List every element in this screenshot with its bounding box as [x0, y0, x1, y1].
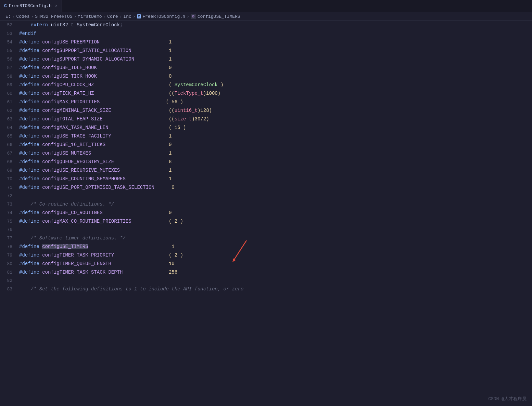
breadcrumb-codes: Codes [16, 14, 29, 19]
line-number: 69 [0, 167, 18, 175]
line-content: #define configUSE_IDLE_HOOK 0 [18, 64, 532, 72]
line-content: /* Software timer definitions. */ [18, 234, 532, 242]
code-line: 81#define configTIMER_TASK_STACK_DEPTH 2… [0, 268, 532, 277]
line-number: 61 [0, 98, 18, 106]
line-content: #define configUSE_16_BIT_TICKS 0 [18, 141, 532, 149]
code-line: 57#define configUSE_IDLE_HOOK 0 [0, 64, 532, 72]
code-area[interactable]: 52 extern uint32_t SystemCoreClock;53#en… [0, 21, 532, 293]
code-line: 56#define configSUPPORT_DYNAMIC_ALLOCATI… [0, 55, 532, 64]
line-content: #define configTICK_RATE_HZ ((TickType_t)… [18, 89, 532, 97]
line-content: #define configMINIMAL_STACK_SIZE ((uint1… [18, 106, 532, 115]
line-number: 77 [0, 234, 18, 243]
line-content: #define configUSE_CO_ROUTINES 0 [18, 209, 532, 217]
code-line: 59#define configCPU_CLOCK_HZ ( SystemCor… [0, 81, 532, 89]
line-number: 54 [0, 38, 18, 47]
line-content: #define configUSE_TRACE_FACILITY 1 [18, 132, 532, 140]
breadcrumb-sep-5: › [119, 14, 122, 19]
code-line: 78#define configUSE_TIMERS 1 [0, 243, 532, 251]
code-line: 73 /* Co-routine definitions. */ [0, 200, 532, 209]
line-content: #define configMAX_TASK_NAME_LEN ( 16 ) [18, 123, 532, 132]
line-number: 59 [0, 81, 18, 89]
code-line: 69#define configUSE_RECURSIVE_MUTEXES 1 [0, 166, 532, 175]
line-number: 55 [0, 47, 18, 55]
line-content: #define configCPU_CLOCK_HZ ( SystemCoreC… [18, 81, 532, 89]
tab-filename: FreeRTOSConfig.h [9, 3, 52, 9]
line-number: 70 [0, 175, 18, 183]
breadcrumb: E: › Codes › STM32 FreeRTOS › firstDemo … [0, 12, 532, 21]
breadcrumb-sep-1: › [12, 14, 15, 19]
line-content: #define configQUEUE_REGISTRY_SIZE 8 [18, 158, 532, 166]
line-content: #define configUSE_TICK_HOOK 0 [18, 72, 532, 80]
code-line: 54#define configUSE_PREEMPTION 1 [0, 38, 532, 47]
tab-close-button[interactable]: × [55, 4, 58, 9]
line-number: 74 [0, 209, 18, 217]
breadcrumb-sep-3: › [74, 14, 76, 19]
line-number: 63 [0, 115, 18, 123]
code-line: 70#define configUSE_COUNTING_SEMAPHORES … [0, 175, 532, 183]
line-content: #define configMAX_CO_ROUTINE_PRIORITIES … [18, 217, 532, 225]
breadcrumb-sym-icon: ⊟ [191, 14, 196, 19]
breadcrumb-filename: FreeRTOSConfig.h [142, 14, 185, 19]
line-number: 66 [0, 141, 18, 149]
breadcrumb-sep-4: › [103, 14, 106, 19]
line-number: 68 [0, 158, 18, 166]
line-content: #define configUSE_PORT_OPTIMISED_TASK_SE… [18, 183, 532, 192]
line-content: extern uint32_t SystemCoreClock; [18, 21, 532, 29]
breadcrumb-sep-7: › [187, 14, 189, 19]
code-line: 63#define configTOTAL_HEAP_SIZE ((size_t… [0, 115, 532, 123]
code-line: 80#define configTIMER_QUEUE_LENGTH 10 [0, 260, 532, 268]
line-number: 67 [0, 149, 18, 158]
breadcrumb-inc: Inc [123, 14, 131, 19]
line-number: 58 [0, 73, 18, 81]
code-line: 75#define configMAX_CO_ROUTINE_PRIORITIE… [0, 217, 532, 226]
code-wrapper: 52 extern uint32_t SystemCoreClock;53#en… [0, 21, 532, 293]
breadcrumb-c-icon: C [137, 14, 141, 18]
code-line: 53#endif [0, 29, 532, 38]
line-number: 56 [0, 55, 18, 64]
line-content: /* Set the following definitions to 1 to… [18, 285, 532, 293]
code-line: 74#define configUSE_CO_ROUTINES 0 [0, 209, 532, 217]
code-line: 55#define configSUPPORT_STATIC_ALLOCATIO… [0, 47, 532, 55]
line-number: 52 [0, 21, 18, 29]
code-line: 83 /* Set the following definitions to 1… [0, 285, 532, 293]
line-content: #define configTIMER_TASK_PRIORITY ( 2 ) [18, 251, 532, 259]
tab-freertos-config[interactable]: C FreeRTOSConfig.h × [0, 0, 62, 12]
code-line: 60#define configTICK_RATE_HZ ((TickType_… [0, 89, 532, 98]
line-number: 71 [0, 184, 18, 192]
code-line: 65#define configUSE_TRACE_FACILITY 1 [0, 132, 532, 141]
line-content: #define configSUPPORT_STATIC_ALLOCATION … [18, 47, 532, 55]
code-line: 64#define configMAX_TASK_NAME_LEN ( 16 ) [0, 123, 532, 132]
line-content: #define configUSE_MUTEXES 1 [18, 149, 532, 157]
line-number: 78 [0, 243, 18, 251]
breadcrumb-drive: E: [5, 14, 11, 19]
line-number: 76 [0, 226, 18, 234]
line-content: #define configTIMER_TASK_STACK_DEPTH 256 [18, 268, 532, 276]
tab-bar: C FreeRTOSConfig.h × [0, 0, 532, 12]
line-content: /* Co-routine definitions. */ [18, 200, 532, 208]
line-number: 53 [0, 30, 18, 38]
line-number: 72 [0, 192, 18, 200]
breadcrumb-sep-2: › [31, 14, 34, 19]
line-number: 79 [0, 251, 18, 260]
line-content: #define configMAX_PRIORITIES ( 56 ) [18, 98, 532, 106]
watermark: CSDN @人才程序员 [488, 396, 527, 402]
code-line: 62#define configMINIMAL_STACK_SIZE ((uin… [0, 106, 532, 115]
breadcrumb-symbol: configUSE_TIMERS [198, 14, 240, 19]
breadcrumb-stm32: STM32 FreeRTOS [35, 14, 72, 19]
code-line: 58#define configUSE_TICK_HOOK 0 [0, 72, 532, 81]
code-line: 67#define configUSE_MUTEXES 1 [0, 149, 532, 158]
breadcrumb-sep-6: › [133, 14, 136, 19]
line-content: #define configUSE_TIMERS 1 [18, 243, 532, 251]
code-line: 76 [0, 226, 532, 234]
line-number: 60 [0, 90, 18, 98]
code-line: 68#define configQUEUE_REGISTRY_SIZE 8 [0, 158, 532, 166]
line-content: #define configSUPPORT_DYNAMIC_ALLOCATION… [18, 55, 532, 63]
line-number: 64 [0, 124, 18, 132]
line-number: 82 [0, 277, 18, 285]
line-content: #define configUSE_RECURSIVE_MUTEXES 1 [18, 166, 532, 174]
line-number: 75 [0, 218, 18, 226]
breadcrumb-core: Core [107, 14, 118, 19]
code-line: 82 [0, 277, 532, 285]
line-number: 81 [0, 269, 18, 277]
line-content: #define configUSE_COUNTING_SEMAPHORES 1 [18, 175, 532, 183]
